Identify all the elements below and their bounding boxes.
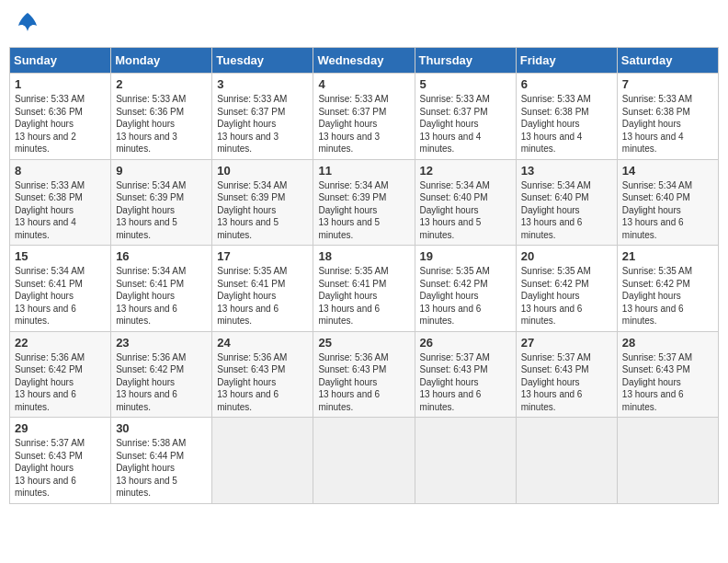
weekday-monday: Monday <box>111 48 212 74</box>
calendar-day-19: 19Sunrise: 5:35 AMSunset: 6:42 PMDayligh… <box>415 246 516 332</box>
calendar-body: 1Sunrise: 5:33 AMSunset: 6:36 PMDaylight… <box>10 74 719 504</box>
weekday-tuesday: Tuesday <box>212 48 313 74</box>
calendar-day-empty <box>313 418 415 504</box>
weekday-thursday: Thursday <box>415 48 516 74</box>
calendar-day-15: 15Sunrise: 5:34 AMSunset: 6:41 PMDayligh… <box>10 246 111 332</box>
logo <box>13 9 40 40</box>
weekday-header-row: SundayMondayTuesdayWednesdayThursdayFrid… <box>10 48 719 74</box>
calendar-day-empty <box>212 418 313 504</box>
calendar-day-9: 9Sunrise: 5:34 AMSunset: 6:39 PMDaylight… <box>111 159 212 246</box>
calendar-day-3: 3Sunrise: 5:33 AMSunset: 6:37 PMDaylight… <box>212 74 313 160</box>
calendar-day-14: 14Sunrise: 5:34 AMSunset: 6:40 PMDayligh… <box>617 159 718 246</box>
weekday-wednesday: Wednesday <box>313 48 415 74</box>
calendar-day-16: 16Sunrise: 5:34 AMSunset: 6:41 PMDayligh… <box>111 246 212 332</box>
calendar-day-13: 13Sunrise: 5:34 AMSunset: 6:40 PMDayligh… <box>516 159 617 246</box>
calendar-day-29: 29Sunrise: 5:37 AMSunset: 6:43 PMDayligh… <box>10 418 111 504</box>
calendar-week-1: 8Sunrise: 5:33 AMSunset: 6:38 PMDaylight… <box>10 159 719 246</box>
weekday-saturday: Saturday <box>617 48 718 74</box>
weekday-sunday: Sunday <box>10 48 111 74</box>
calendar-day-20: 20Sunrise: 5:35 AMSunset: 6:42 PMDayligh… <box>516 246 617 332</box>
calendar-day-25: 25Sunrise: 5:36 AMSunset: 6:43 PMDayligh… <box>313 331 415 418</box>
calendar-day-28: 28Sunrise: 5:37 AMSunset: 6:43 PMDayligh… <box>617 331 718 418</box>
weekday-friday: Friday <box>516 48 617 74</box>
logo-text <box>13 9 40 40</box>
calendar-day-8: 8Sunrise: 5:33 AMSunset: 6:38 PMDaylight… <box>10 159 111 246</box>
calendar-week-2: 15Sunrise: 5:34 AMSunset: 6:41 PMDayligh… <box>10 246 719 332</box>
calendar-day-12: 12Sunrise: 5:34 AMSunset: 6:40 PMDayligh… <box>415 159 516 246</box>
calendar-day-empty <box>617 418 718 504</box>
calendar-day-18: 18Sunrise: 5:35 AMSunset: 6:41 PMDayligh… <box>313 246 415 332</box>
calendar-day-2: 2Sunrise: 5:33 AMSunset: 6:36 PMDaylight… <box>111 74 212 160</box>
calendar-day-21: 21Sunrise: 5:35 AMSunset: 6:42 PMDayligh… <box>617 246 718 332</box>
calendar-week-0: 1Sunrise: 5:33 AMSunset: 6:36 PMDaylight… <box>10 74 719 160</box>
calendar-day-26: 26Sunrise: 5:37 AMSunset: 6:43 PMDayligh… <box>415 331 516 418</box>
page-header <box>9 9 719 40</box>
calendar-day-30: 30Sunrise: 5:38 AMSunset: 6:44 PMDayligh… <box>111 418 212 504</box>
calendar-day-27: 27Sunrise: 5:37 AMSunset: 6:43 PMDayligh… <box>516 331 617 418</box>
calendar-table: SundayMondayTuesdayWednesdayThursdayFrid… <box>9 47 719 504</box>
logo-icon <box>15 9 40 35</box>
calendar-day-7: 7Sunrise: 5:33 AMSunset: 6:38 PMDaylight… <box>617 74 718 160</box>
calendar-day-6: 6Sunrise: 5:33 AMSunset: 6:38 PMDaylight… <box>516 74 617 160</box>
calendar-week-3: 22Sunrise: 5:36 AMSunset: 6:42 PMDayligh… <box>10 331 719 418</box>
calendar-day-4: 4Sunrise: 5:33 AMSunset: 6:37 PMDaylight… <box>313 74 415 160</box>
calendar-week-4: 29Sunrise: 5:37 AMSunset: 6:43 PMDayligh… <box>10 418 719 504</box>
calendar-day-1: 1Sunrise: 5:33 AMSunset: 6:36 PMDaylight… <box>10 74 111 160</box>
calendar-day-23: 23Sunrise: 5:36 AMSunset: 6:42 PMDayligh… <box>111 331 212 418</box>
calendar-day-24: 24Sunrise: 5:36 AMSunset: 6:43 PMDayligh… <box>212 331 313 418</box>
calendar-day-22: 22Sunrise: 5:36 AMSunset: 6:42 PMDayligh… <box>10 331 111 418</box>
calendar-day-empty <box>415 418 516 504</box>
calendar-day-10: 10Sunrise: 5:34 AMSunset: 6:39 PMDayligh… <box>212 159 313 246</box>
calendar-day-17: 17Sunrise: 5:35 AMSunset: 6:41 PMDayligh… <box>212 246 313 332</box>
calendar-day-11: 11Sunrise: 5:34 AMSunset: 6:39 PMDayligh… <box>313 159 415 246</box>
calendar-day-empty <box>516 418 617 504</box>
calendar-day-5: 5Sunrise: 5:33 AMSunset: 6:37 PMDaylight… <box>415 74 516 160</box>
